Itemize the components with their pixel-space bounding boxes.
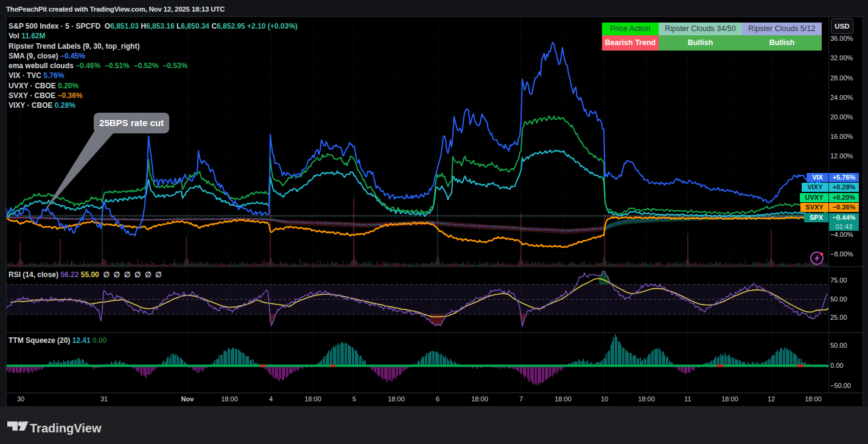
svg-text:TradingView: TradingView (30, 421, 102, 435)
